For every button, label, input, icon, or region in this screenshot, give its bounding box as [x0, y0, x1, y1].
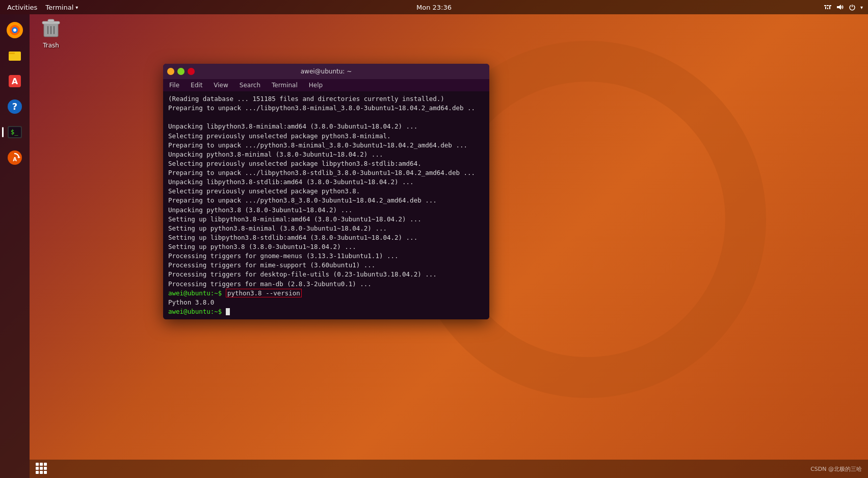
bottombar: CSDN @北极的三哈 — [30, 460, 868, 478]
grid-dot — [44, 463, 47, 466]
trash-label: Trash — [43, 42, 59, 49]
terminal-line: Processing triggers for desktop-file-uti… — [168, 270, 484, 279]
terminal-line: Selecting previously unselected package … — [168, 132, 484, 141]
terminal-titlebar: – □ × awei@ubuntu: ~ — [163, 64, 489, 79]
sidebar: A ? $_ A — [0, 14, 30, 478]
terminal-cursor — [226, 308, 230, 315]
terminal-line: Selecting previously unselected package … — [168, 159, 484, 168]
sidebar-item-firefox[interactable] — [4, 19, 25, 41]
app-grid-button[interactable] — [36, 463, 48, 475]
terminal-title: awei@ubuntu: ~ — [301, 68, 352, 75]
menu-view[interactable]: View — [212, 81, 230, 90]
menu-edit[interactable]: Edit — [189, 81, 204, 90]
grid-dot — [40, 467, 43, 470]
topbar-arrow[interactable]: ▾ — [860, 5, 863, 10]
app-menu-label: Terminal — [45, 4, 73, 11]
sidebar-item-help[interactable]: ? — [4, 96, 25, 117]
terminal-line: Preparing to unpack .../python3.8_3.8.0-… — [168, 196, 484, 205]
terminal-output: Python 3.8.0 — [168, 298, 484, 307]
terminal-line: Unpacking libpython3.8-minimal:amd64 (3.… — [168, 122, 484, 131]
terminal-command: python3.8 --version — [226, 289, 302, 297]
svg-rect-4 — [827, 8, 828, 9]
grid-dot — [40, 463, 43, 466]
terminal-line — [168, 113, 484, 122]
bottombar-left — [36, 463, 48, 475]
app-menu[interactable]: Terminal ▾ — [45, 4, 78, 11]
terminal-line: Unpacking python3.8-minimal (3.8.0-3ubun… — [168, 150, 484, 159]
window-close-button[interactable]: × — [188, 68, 195, 75]
grid-dot — [44, 471, 47, 474]
topbar: Activities Terminal ▾ Mon 23:36 — [0, 0, 868, 14]
svg-rect-5 — [829, 6, 830, 9]
activities-button[interactable]: Activities — [5, 4, 39, 11]
app-menu-arrow: ▾ — [75, 5, 78, 10]
topbar-left: Activities Terminal ▾ — [5, 4, 78, 11]
grid-dot — [36, 463, 39, 466]
topbar-right: ▾ — [824, 3, 863, 11]
topbar-clock: Mon 23:36 — [416, 4, 452, 11]
grid-dot — [36, 471, 39, 474]
grid-dot — [40, 471, 43, 474]
terminal-prompt-line: awei@ubuntu:~$ python3.8 --version — [168, 289, 484, 298]
sidebar-item-store[interactable]: A — [4, 70, 25, 92]
grid-dot — [36, 467, 39, 470]
terminal-line: Preparing to unpack .../libpython3.8-min… — [168, 104, 484, 113]
svg-text:?: ? — [12, 101, 17, 112]
terminal-line: Processing triggers for man-db (2.8.3-2u… — [168, 280, 484, 289]
sidebar-item-updates[interactable]: A — [4, 147, 25, 168]
svg-rect-0 — [824, 5, 826, 6]
terminal-line: Unpacking libpython3.8-stdlib:amd64 (3.8… — [168, 178, 484, 187]
menu-search[interactable]: Search — [238, 81, 262, 90]
grid-dot — [44, 467, 47, 470]
watermark: CSDN @北极的三哈 — [810, 465, 862, 473]
terminal-line: Preparing to unpack .../python3.8-minima… — [168, 141, 484, 150]
svg-point-10 — [13, 29, 16, 32]
terminal-line: Selecting previously unselected package … — [168, 187, 484, 196]
window-minimize-button[interactable]: – — [167, 68, 174, 75]
terminal-menubar: File Edit View Search Terminal Help — [163, 79, 489, 91]
terminal-line: Preparing to unpack .../libpython3.8-std… — [168, 168, 484, 178]
terminal-line: Setting up python3.8 (3.8.0-3ubuntu1~18.… — [168, 242, 484, 251]
menu-file[interactable]: File — [167, 81, 181, 90]
svg-text:A: A — [13, 157, 17, 162]
terminal-line: Unpacking python3.8 (3.8.0-3ubuntu1~18.0… — [168, 206, 484, 215]
menu-terminal[interactable]: Terminal — [270, 81, 300, 90]
svg-rect-1 — [827, 5, 829, 6]
desktop-trash[interactable]: Trash — [33, 15, 69, 49]
terminal-line: (Reading database ... 151185 files and d… — [168, 94, 484, 104]
svg-rect-25 — [48, 19, 54, 22]
terminal-content[interactable]: (Reading database ... 151185 files and d… — [163, 91, 489, 319]
terminal-current-prompt: awei@ubuntu:~$ — [168, 307, 484, 316]
svg-rect-2 — [829, 5, 831, 6]
terminal-window: – □ × awei@ubuntu: ~ File Edit View Sear… — [163, 64, 489, 319]
terminal-line: Setting up libpython3.8-stdlib:amd64 (3.… — [168, 233, 484, 242]
sidebar-item-terminal[interactable]: $_ — [4, 121, 25, 143]
terminal-line: Setting up libpython3.8-minimal:amd64 (3… — [168, 215, 484, 224]
volume-icon[interactable] — [836, 3, 844, 11]
menu-help[interactable]: Help — [307, 81, 325, 90]
sidebar-item-files[interactable] — [4, 45, 25, 66]
svg-rect-3 — [825, 7, 826, 9]
prompt1: awei@ubuntu:~$ — [168, 289, 222, 297]
network-icon[interactable] — [824, 3, 832, 11]
terminal-line: Setting up python3.8-minimal (3.8.0-3ubu… — [168, 224, 484, 233]
svg-rect-12 — [9, 53, 15, 54]
svg-text:$_: $_ — [11, 129, 18, 136]
svg-marker-6 — [837, 5, 841, 10]
svg-text:A: A — [12, 77, 18, 86]
terminal-line: Processing triggers for mime-support (3.… — [168, 261, 484, 270]
power-icon[interactable] — [848, 3, 856, 11]
prompt2: awei@ubuntu:~$ — [168, 308, 222, 315]
window-maximize-button[interactable]: □ — [177, 68, 185, 75]
terminal-line: Processing triggers for gnome-menus (3.1… — [168, 251, 484, 261]
